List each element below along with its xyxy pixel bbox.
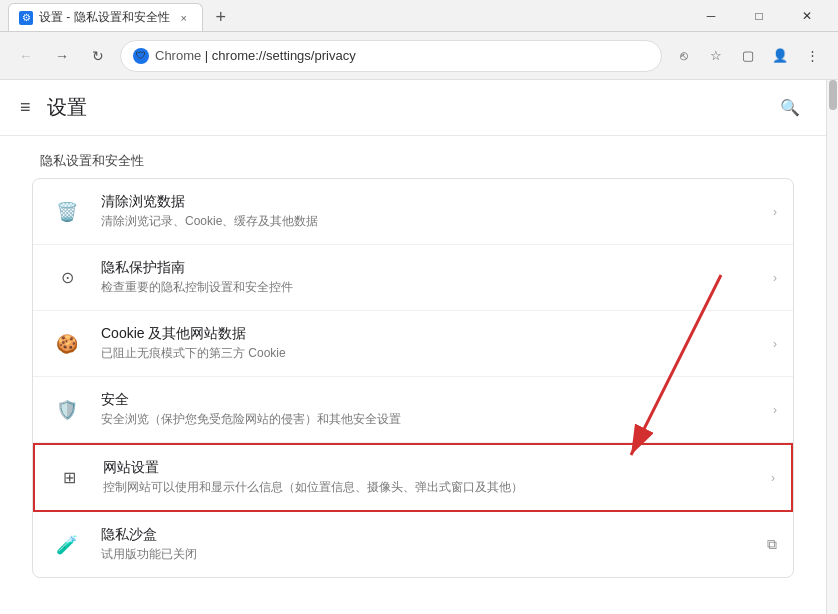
cookies-title: Cookie 及其他网站数据 (101, 325, 765, 343)
privacy-guide-icon: ⊙ (49, 260, 85, 296)
clear-browsing-icon: 🗑️ (49, 194, 85, 230)
site-settings-text: 网站设置 控制网站可以使用和显示什么信息（如位置信息、摄像头、弹出式窗口及其他） (103, 459, 763, 496)
cookies-item[interactable]: 🍪 Cookie 及其他网站数据 已阻止无痕模式下的第三方 Cookie › (33, 311, 793, 377)
url-text: Chrome | chrome://settings/privacy (155, 48, 649, 63)
privacy-sandbox-title: 隐私沙盒 (101, 526, 759, 544)
cookies-text: Cookie 及其他网站数据 已阻止无痕模式下的第三方 Cookie (101, 325, 765, 362)
minimize-button[interactable]: ─ (688, 0, 734, 32)
cookies-subtitle: 已阻止无痕模式下的第三方 Cookie (101, 345, 765, 362)
security-item[interactable]: 🛡️ 安全 安全浏览（保护您免受危险网站的侵害）和其他安全设置 › (33, 377, 793, 443)
security-arrow: › (773, 403, 777, 417)
titlebar: 设置 - 隐私设置和安全性 × + ─ □ ✕ (0, 0, 838, 32)
security-title: 安全 (101, 391, 765, 409)
back-button[interactable]: ← (12, 42, 40, 70)
site-settings-icon: ⊞ (51, 460, 87, 496)
privacy-guide-arrow: › (773, 271, 777, 285)
site-settings-title: 网站设置 (103, 459, 763, 477)
clear-browsing-subtitle: 清除浏览记录、Cookie、缓存及其他数据 (101, 213, 765, 230)
security-text: 安全 安全浏览（保护您免受危险网站的侵害）和其他安全设置 (101, 391, 765, 428)
settings-content: 隐私设置和安全性 🗑️ 清除浏览数据 清除浏览记录、Cookie、缓存及其他数据… (0, 136, 826, 614)
privacy-guide-text: 隐私保护指南 检查重要的隐私控制设置和安全控件 (101, 259, 765, 296)
site-settings-subtitle: 控制网站可以使用和显示什么信息（如位置信息、摄像头、弹出式窗口及其他） (103, 479, 763, 496)
site-settings-item[interactable]: ⊞ 网站设置 控制网站可以使用和显示什么信息（如位置信息、摄像头、弹出式窗口及其… (33, 443, 793, 512)
scrollbar-thumb[interactable] (829, 80, 837, 110)
privacy-sandbox-text: 隐私沙盒 试用版功能已关闭 (101, 526, 759, 563)
addressbar: ← → ↻ Chrome | chrome://settings/privacy… (0, 32, 838, 80)
content-wrapper: ≡ 设置 🔍 隐私设置和安全性 🗑️ 清除浏览数据 清除浏览记录、Cookie、… (0, 80, 838, 614)
cookies-icon: 🍪 (49, 326, 85, 362)
new-tab-button[interactable]: + (207, 3, 235, 31)
scrollbar-track[interactable] (826, 80, 838, 614)
url-separator: | (201, 48, 212, 63)
tab-area: 设置 - 隐私设置和安全性 × + (8, 0, 348, 31)
url-path-part: chrome://settings/privacy (212, 48, 356, 63)
tab-favicon (19, 11, 33, 25)
privacy-guide-subtitle: 检查重要的隐私控制设置和安全控件 (101, 279, 765, 296)
url-chrome-part: Chrome (155, 48, 201, 63)
window-controls: ─ □ ✕ (688, 0, 830, 32)
privacy-sandbox-item[interactable]: 🧪 隐私沙盒 试用版功能已关闭 ⧉ (33, 512, 793, 577)
clear-browsing-item[interactable]: 🗑️ 清除浏览数据 清除浏览记录、Cookie、缓存及其他数据 › (33, 179, 793, 245)
security-icon (133, 48, 149, 64)
settings-list: 🗑️ 清除浏览数据 清除浏览记录、Cookie、缓存及其他数据 › ⊙ 隐私保护… (32, 178, 794, 578)
cookies-arrow: › (773, 337, 777, 351)
refresh-button[interactable]: ↻ (84, 42, 112, 70)
clear-browsing-arrow: › (773, 205, 777, 219)
maximize-button[interactable]: □ (736, 0, 782, 32)
hamburger-menu-icon[interactable]: ≡ (20, 97, 31, 118)
search-button[interactable]: 🔍 (774, 92, 806, 124)
menu-button[interactable]: ⋮ (798, 42, 826, 70)
active-tab[interactable]: 设置 - 隐私设置和安全性 × (8, 3, 203, 31)
split-view-button[interactable]: ▢ (734, 42, 762, 70)
main-content: ≡ 设置 🔍 隐私设置和安全性 🗑️ 清除浏览数据 清除浏览记录、Cookie、… (0, 80, 826, 614)
close-button[interactable]: ✕ (784, 0, 830, 32)
settings-header: ≡ 设置 🔍 (0, 80, 826, 136)
site-settings-arrow: › (771, 471, 775, 485)
page-title: 设置 (47, 94, 87, 121)
privacy-sandbox-icon: 🧪 (49, 527, 85, 563)
security-icon-item: 🛡️ (49, 392, 85, 428)
toolbar-actions: ⎋ ☆ ▢ 👤 ⋮ (670, 42, 826, 70)
clear-browsing-text: 清除浏览数据 清除浏览记录、Cookie、缓存及其他数据 (101, 193, 765, 230)
privacy-sandbox-external-icon: ⧉ (767, 536, 777, 553)
forward-button[interactable]: → (48, 42, 76, 70)
privacy-guide-item[interactable]: ⊙ 隐私保护指南 检查重要的隐私控制设置和安全控件 › (33, 245, 793, 311)
share-button[interactable]: ⎋ (670, 42, 698, 70)
privacy-sandbox-subtitle: 试用版功能已关闭 (101, 546, 759, 563)
security-subtitle: 安全浏览（保护您免受危险网站的侵害）和其他安全设置 (101, 411, 765, 428)
section-title: 隐私设置和安全性 (32, 152, 794, 170)
tab-close-button[interactable]: × (176, 10, 192, 26)
privacy-guide-title: 隐私保护指南 (101, 259, 765, 277)
url-bar[interactable]: Chrome | chrome://settings/privacy (120, 40, 662, 72)
bookmark-button[interactable]: ☆ (702, 42, 730, 70)
account-button[interactable]: 👤 (766, 42, 794, 70)
tab-title: 设置 - 隐私设置和安全性 (39, 9, 170, 26)
clear-browsing-title: 清除浏览数据 (101, 193, 765, 211)
